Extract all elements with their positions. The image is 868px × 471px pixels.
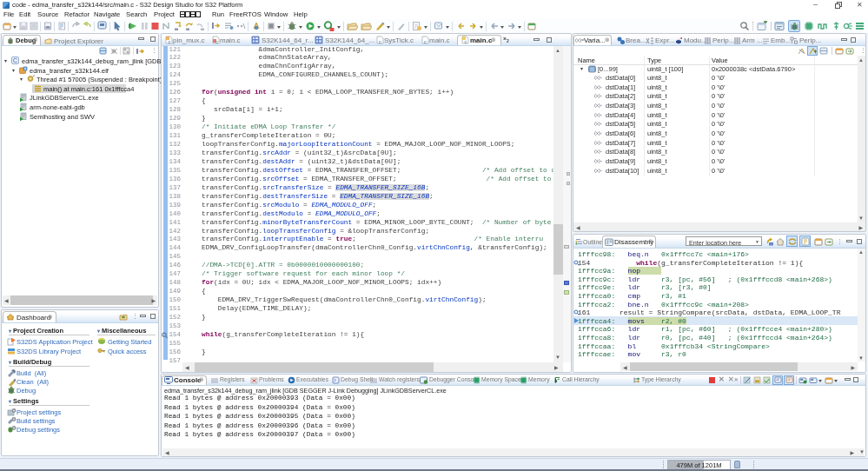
- svg-text:c: c: [169, 39, 171, 44]
- svg-text:c: c: [215, 39, 218, 44]
- svg-text:c: c: [379, 39, 381, 44]
- svg-text:c: c: [465, 39, 467, 44]
- svg-text:c: c: [424, 39, 427, 44]
- svg-text:C: C: [13, 57, 17, 63]
